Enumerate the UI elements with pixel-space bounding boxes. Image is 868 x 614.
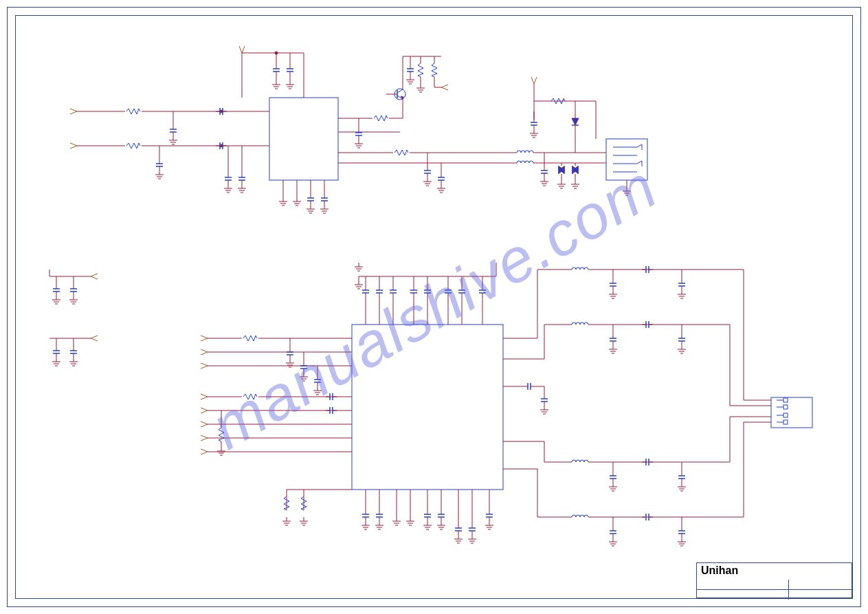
title-block: Unihan	[696, 562, 852, 598]
svg-rect-174	[771, 397, 812, 428]
svg-rect-182	[783, 405, 788, 409]
schematic-sheet: manualshive.com Unihan	[0, 0, 868, 614]
title-field-1	[697, 580, 789, 589]
title-field-2	[789, 580, 852, 589]
svg-rect-180	[783, 398, 788, 402]
title-company: Unihan	[697, 563, 852, 580]
svg-rect-186	[783, 420, 788, 424]
schematic-canvas	[15, 15, 853, 599]
svg-rect-94	[352, 325, 503, 490]
title-field-4	[789, 590, 852, 600]
svg-rect-184	[783, 413, 788, 417]
title-field-3	[697, 590, 789, 600]
svg-rect-26	[269, 98, 338, 180]
